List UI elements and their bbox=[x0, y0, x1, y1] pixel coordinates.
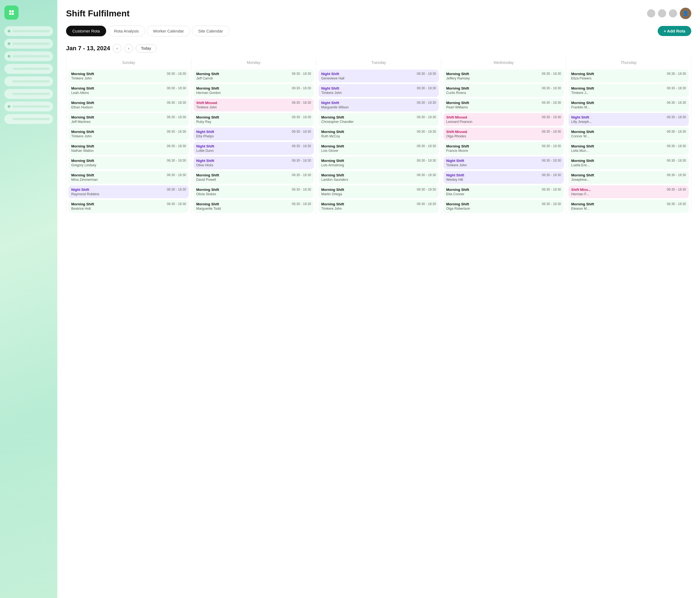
shift-card[interactable]: Morning Shift 06:30 - 18:30 Jeffery Rams… bbox=[444, 70, 564, 82]
shift-card[interactable]: Morning Shift 06:30 - 18:30 Landon Saund… bbox=[319, 171, 439, 184]
shift-card[interactable]: Morning Shift 06:30 - 18:30 Christopher … bbox=[319, 113, 439, 126]
shift-card[interactable]: Morning Shift 06:30 - 18:30 Eliza Flower… bbox=[569, 70, 689, 82]
sidebar-dot bbox=[8, 42, 10, 45]
sidebar bbox=[0, 0, 57, 598]
shift-card[interactable]: Morning Shift 06:30 - 18:30 Josephine... bbox=[569, 171, 689, 184]
shift-card[interactable]: Morning Shift 06:30 - 18:30 Beatrice Hol… bbox=[69, 200, 189, 213]
shift-card[interactable]: Morning Shift 06:30 - 18:30 Etta Conner bbox=[444, 185, 564, 198]
shift-card[interactable]: Morning Shift 06:30 - 18:30 Timkere John bbox=[69, 70, 189, 82]
tab-worker-calendar[interactable]: Worker Calendar bbox=[147, 26, 190, 36]
shift-card[interactable]: Morning Shift 06:30 - 18:30 Leah Atkins bbox=[69, 84, 189, 97]
shift-card[interactable]: Night Shift 06:30 - 18:30 Raymond Robbin… bbox=[69, 185, 189, 198]
shift-card[interactable]: Night Shift 06:30 - 18:30 Lottie Dunn bbox=[194, 142, 314, 155]
date-range-label: Jan 7 - 13, 2024 bbox=[66, 45, 110, 52]
shift-card[interactable]: Morning Shift 06:30 - 18:30 Gregory Lind… bbox=[69, 157, 189, 169]
shift-card[interactable]: Morning Shift 06:30 - 18:30 Franklin M..… bbox=[569, 99, 689, 112]
col-header-monday: Monday bbox=[191, 58, 316, 68]
wednesday-column: Morning Shift 06:30 - 18:30 Jeffery Rams… bbox=[441, 68, 566, 214]
shift-card[interactable]: Morning Shift 06:30 - 18:30 Jeff Carroll bbox=[194, 70, 314, 82]
sidebar-item-2[interactable] bbox=[4, 39, 53, 49]
shift-card[interactable]: Morning Shift 06:30 - 18:30 Lois Glover bbox=[319, 142, 439, 155]
shift-card[interactable]: Morning Shift 06:30 - 18:30 Olga Roberts… bbox=[444, 200, 564, 213]
tabs-bar: Customer Rota Rota Analysis Worker Calen… bbox=[66, 26, 691, 36]
next-week-button[interactable]: › bbox=[124, 44, 133, 53]
shift-card[interactable]: Shift Miss... 06:30 - 18:30 Herman F... bbox=[569, 185, 689, 198]
shift-card[interactable]: Night Shift 06:30 - 18:30 Olive Hicks bbox=[194, 157, 314, 169]
shift-card[interactable]: Morning Shift 06:30 - 18:30 Olivia Stoke… bbox=[194, 185, 314, 198]
col-header-thursday: Thursday bbox=[566, 58, 691, 68]
col-header-wednesday: Wednesday bbox=[441, 58, 566, 68]
sidebar-line bbox=[12, 80, 50, 82]
tuesday-column: Night Shift 06:30 - 18:30 Genevieve Hall… bbox=[316, 68, 441, 214]
app-logo[interactable] bbox=[4, 5, 19, 20]
svg-point-0 bbox=[9, 10, 11, 12]
user-avatar-2[interactable] bbox=[658, 9, 666, 18]
today-button[interactable]: Today bbox=[135, 44, 156, 52]
shift-card[interactable]: Morning Shift 06:30 - 18:30 Lois Armstro… bbox=[319, 157, 439, 169]
shift-card[interactable]: Night Shift 06:30 - 18:30 Timkere John bbox=[319, 84, 439, 97]
sidebar-line bbox=[12, 68, 50, 70]
shift-card[interactable]: Morning Shift 06:30 - 18:30 Mina Zimmerm… bbox=[69, 171, 189, 184]
add-rota-button[interactable]: + Add Rota bbox=[658, 26, 691, 36]
shift-card[interactable]: Morning Shift 06:30 - 18:30 David Powell bbox=[194, 171, 314, 184]
shift-card[interactable]: Morning Shift 06:30 - 18:30 Leila Mun... bbox=[569, 142, 689, 155]
svg-point-2 bbox=[9, 13, 11, 15]
shift-card[interactable]: Morning Shift 06:30 - 18:30 Ruby Ray bbox=[194, 113, 314, 126]
shift-card[interactable]: Morning Shift 06:30 - 18:30 Ethan Hudson bbox=[69, 99, 189, 112]
shift-card[interactable]: Night Shift 06:30 - 18:30 Lilly Joseph..… bbox=[569, 113, 689, 126]
sidebar-dot bbox=[8, 30, 10, 32]
page-title: Shift Fulfilment bbox=[66, 8, 130, 19]
shift-card[interactable]: Night Shift 06:30 - 18:30 Genevieve Hall bbox=[319, 70, 439, 82]
sidebar-dot bbox=[8, 55, 10, 57]
date-navigation: Jan 7 - 13, 2024 ‹ › Today bbox=[66, 44, 691, 53]
shift-card[interactable]: Morning Shift 06:30 - 18:30 Marguerite T… bbox=[194, 200, 314, 213]
calendar-grid: Sunday Monday Tuesday Wednesday Thursday… bbox=[66, 58, 691, 214]
sidebar-item-5[interactable] bbox=[4, 76, 53, 86]
shift-card[interactable]: Morning Shift 06:30 - 18:30 Ruth McCoy bbox=[319, 127, 439, 140]
sunday-column: Morning Shift 06:30 - 18:30 Timkere John… bbox=[66, 68, 191, 214]
sidebar-item-4[interactable] bbox=[4, 64, 53, 74]
sidebar-line bbox=[12, 43, 50, 45]
shift-card[interactable]: Morning Shift 06:30 - 18:30 Eleanor M... bbox=[569, 200, 689, 213]
shift-card[interactable]: Night Shift 06:30 - 18:30 Marguerite Wil… bbox=[319, 99, 439, 112]
shift-card[interactable]: Morning Shift 06:30 - 18:30 Luella Eric.… bbox=[569, 157, 689, 169]
svg-point-3 bbox=[12, 13, 14, 15]
shift-card[interactable]: Morning Shift 06:30 - 18:30 Timkere J... bbox=[569, 84, 689, 97]
sidebar-line bbox=[12, 93, 50, 95]
sidebar-item-6[interactable] bbox=[4, 89, 53, 99]
shift-card[interactable]: Shift Missed 06:30 - 18:30 Olga Rhodes bbox=[444, 127, 564, 140]
shift-card[interactable]: Morning Shift 06:30 - 18:30 Connor W... bbox=[569, 127, 689, 140]
sidebar-item-7[interactable] bbox=[4, 101, 53, 112]
tab-site-calendar[interactable]: Site Calendar bbox=[192, 26, 229, 36]
user-avatar-3[interactable] bbox=[669, 9, 677, 18]
sidebar-item-8[interactable] bbox=[4, 114, 53, 124]
shift-card[interactable]: Night Shift 06:30 - 18:30 Wesley Hill bbox=[444, 171, 564, 184]
tab-customer-rota[interactable]: Customer Rota bbox=[66, 26, 106, 36]
shift-card[interactable]: Morning Shift 06:30 - 18:30 Martin Orteg… bbox=[319, 185, 439, 198]
sidebar-line bbox=[12, 118, 50, 120]
shift-card[interactable]: Morning Shift 06:30 - 18:30 Timkere John bbox=[319, 200, 439, 213]
tab-rota-analysis[interactable]: Rota Analysis bbox=[108, 26, 145, 36]
shift-card[interactable]: Night Shift 06:30 - 18:30 Etta Phelps bbox=[194, 127, 314, 140]
shift-card[interactable]: Morning Shift 06:30 - 18:30 Herman Gordo… bbox=[194, 84, 314, 97]
sidebar-item-1[interactable] bbox=[4, 26, 53, 36]
header: Shift Fulfilment 👤 bbox=[66, 8, 691, 19]
shift-card[interactable]: Morning Shift 06:30 - 18:30 Timkere John bbox=[69, 127, 189, 140]
shift-card[interactable]: Night Shift 06:30 - 18:30 Timkere John bbox=[444, 157, 564, 169]
shift-card[interactable]: Morning Shift 06:30 - 18:30 Francis Moor… bbox=[444, 142, 564, 155]
header-right: 👤 bbox=[647, 8, 691, 19]
shift-card[interactable]: Shift Missed 06:30 - 18:30 Leonard Pears… bbox=[444, 113, 564, 126]
shift-card[interactable]: Morning Shift 06:30 - 18:30 Nathan Walto… bbox=[69, 142, 189, 155]
shift-card[interactable]: Morning Shift 06:30 - 18:30 Jeff Martine… bbox=[69, 113, 189, 126]
sidebar-dot bbox=[8, 105, 10, 108]
current-user-avatar[interactable]: 👤 bbox=[680, 8, 691, 19]
monday-column: Morning Shift 06:30 - 18:30 Jeff Carroll… bbox=[191, 68, 316, 214]
col-header-tuesday: Tuesday bbox=[316, 58, 441, 68]
main-content: Shift Fulfilment 👤 Customer Rota Rota An… bbox=[57, 0, 700, 598]
shift-card[interactable]: Morning Shift 06:30 - 18:30 Pearl Willia… bbox=[444, 99, 564, 112]
prev-week-button[interactable]: ‹ bbox=[113, 44, 121, 53]
user-avatar-1[interactable] bbox=[647, 9, 655, 18]
shift-card[interactable]: Shift Missed 06:30 - 18:30 Timkere John bbox=[194, 99, 314, 112]
sidebar-item-3[interactable] bbox=[4, 51, 53, 61]
shift-card[interactable]: Morning Shift 06:30 - 18:30 Curtis River… bbox=[444, 84, 564, 97]
